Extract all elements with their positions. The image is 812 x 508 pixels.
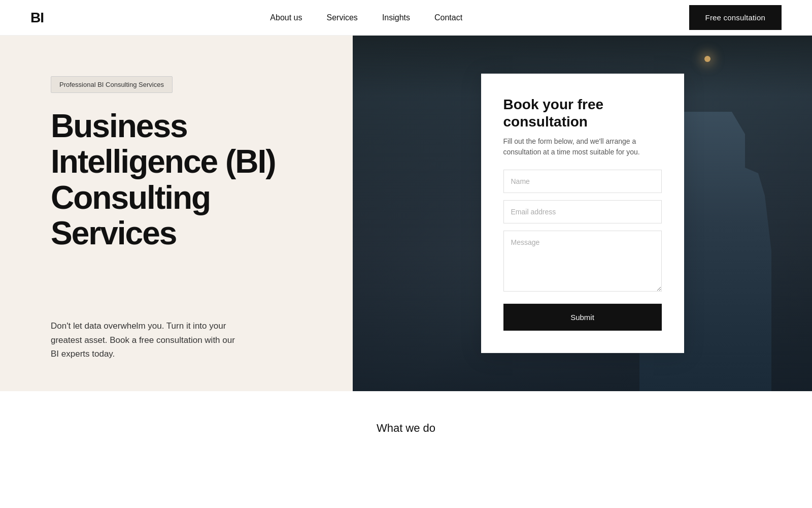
form-description: Fill out the form below, and we'll arran… <box>503 136 662 157</box>
submit-button[interactable]: Submit <box>503 304 662 331</box>
message-input[interactable] <box>503 231 662 292</box>
message-field-group <box>503 231 662 294</box>
hero-right-panel: Book your free consultation Fill out the… <box>353 36 812 391</box>
navbar: BI About us Services Insights Contact Fr… <box>0 0 812 36</box>
name-input[interactable] <box>503 170 662 193</box>
name-field-group <box>503 170 662 193</box>
hero-title: Business Intelligence (BI) Consulting Se… <box>51 108 312 251</box>
nav-link-insights[interactable]: Insights <box>382 13 410 22</box>
nav-item-contact[interactable]: Contact <box>434 13 462 22</box>
free-consultation-button[interactable]: Free consultation <box>689 5 782 30</box>
nav-item-services[interactable]: Services <box>327 13 358 22</box>
form-title: Book your free consultation <box>503 96 662 130</box>
nav-link-contact[interactable]: Contact <box>434 13 462 22</box>
email-field-group <box>503 200 662 224</box>
hero-description: Don't let data overwhelm you. Turn it in… <box>51 319 244 361</box>
nav-item-about[interactable]: About us <box>270 13 302 22</box>
consultation-form-card: Book your free consultation Fill out the… <box>481 74 684 353</box>
logo: BI <box>30 10 44 26</box>
email-input[interactable] <box>503 200 662 224</box>
nav-link-about[interactable]: About us <box>270 13 302 22</box>
what-we-do-title: What we do <box>51 422 761 435</box>
what-we-do-section: What we do <box>0 391 812 455</box>
hero-badge: Professional BI Consulting Services <box>51 76 173 93</box>
hero-left-panel: Professional BI Consulting Services Busi… <box>0 36 353 391</box>
ceiling-light-decoration <box>704 56 710 62</box>
nav-item-insights[interactable]: Insights <box>382 13 410 22</box>
nav-link-services[interactable]: Services <box>327 13 358 22</box>
nav-links: About us Services Insights Contact <box>270 13 462 22</box>
hero-section: Professional BI Consulting Services Busi… <box>0 36 812 391</box>
consultation-form: Submit <box>503 170 662 331</box>
